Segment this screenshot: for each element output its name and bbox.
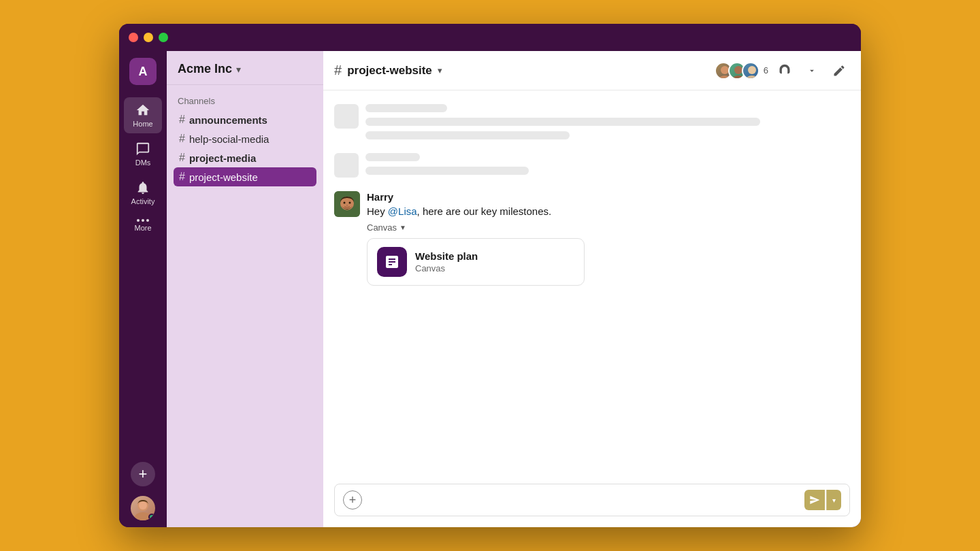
close-button[interactable] bbox=[129, 33, 138, 42]
user-status-online bbox=[148, 514, 155, 520]
channel-header-chevron-icon: ▾ bbox=[438, 65, 442, 76]
mention-lisa[interactable]: @Lisa bbox=[388, 205, 417, 217]
channel-name-project-media: project-media bbox=[189, 152, 256, 164]
message-harry: Harry Hey @Lisa, here are our key milest… bbox=[334, 191, 850, 286]
avatar3-face bbox=[743, 63, 760, 80]
canvas-card-title: Website plan bbox=[415, 250, 478, 262]
hash-icon-project-website: # bbox=[179, 171, 185, 183]
message-text-harry: Hey @Lisa, here are our key milestones. bbox=[367, 204, 850, 218]
svg-point-4 bbox=[719, 76, 731, 80]
message-text-after: , here are our key milestones. bbox=[417, 205, 552, 217]
channel-header: # project-website ▾ bbox=[323, 51, 861, 90]
skeleton-message-1 bbox=[334, 104, 850, 139]
main-content: # project-website ▾ bbox=[323, 51, 861, 527]
svg-point-2 bbox=[139, 501, 147, 510]
titlebar bbox=[119, 24, 861, 51]
more-dots-icon bbox=[137, 219, 149, 222]
channels-section: Channels # announcements # help-social-m… bbox=[167, 85, 323, 192]
dms-icon bbox=[135, 141, 150, 156]
header-chevron-button[interactable] bbox=[801, 60, 823, 82]
workspace-avatar[interactable]: A bbox=[129, 58, 157, 85]
svg-point-5 bbox=[734, 66, 742, 74]
svg-point-13 bbox=[346, 205, 348, 206]
skeleton-line-1c bbox=[365, 131, 570, 139]
member-avatar-3 bbox=[742, 62, 760, 80]
channel-item-project-media[interactable]: # project-media bbox=[174, 148, 316, 167]
svg-point-11 bbox=[344, 202, 346, 204]
huddle-button[interactable] bbox=[774, 60, 796, 82]
send-button[interactable] bbox=[804, 490, 825, 510]
canvas-label[interactable]: Canvas ▼ bbox=[367, 222, 850, 233]
svg-point-6 bbox=[732, 76, 745, 80]
sidebar-item-activity[interactable]: Activity bbox=[124, 175, 162, 211]
skeleton-avatar-2 bbox=[334, 153, 359, 178]
member-avatars[interactable]: 6 bbox=[715, 62, 768, 80]
skeleton-lines-1 bbox=[365, 104, 850, 139]
hash-icon-help-social-media: # bbox=[179, 133, 185, 145]
canvas-document-icon bbox=[384, 254, 400, 270]
send-icon bbox=[809, 495, 820, 505]
compose-new-button[interactable] bbox=[828, 60, 850, 82]
skeleton-line-1a bbox=[365, 104, 447, 112]
hash-icon-project-media: # bbox=[179, 152, 185, 164]
canvas-card-type: Canvas bbox=[415, 263, 478, 273]
canvas-card-icon bbox=[377, 247, 407, 277]
compose-icon bbox=[832, 64, 846, 78]
message-input-area: + ▾ bbox=[323, 477, 861, 527]
message-input[interactable] bbox=[368, 495, 799, 506]
harry-avatar bbox=[334, 191, 360, 217]
maximize-button[interactable] bbox=[159, 33, 168, 42]
workspace-chevron-icon: ▾ bbox=[236, 64, 241, 75]
svg-point-7 bbox=[748, 66, 756, 74]
traffic-lights bbox=[129, 33, 168, 42]
skeleton-avatar-1 bbox=[334, 104, 359, 129]
svg-point-8 bbox=[746, 76, 758, 80]
channel-name-help-social-media: help-social-media bbox=[189, 133, 270, 145]
message-harry-body: Harry Hey @Lisa, here are our key milest… bbox=[367, 191, 850, 286]
attach-button[interactable]: + bbox=[343, 490, 362, 510]
avatar-stack bbox=[715, 62, 760, 80]
channel-header-hash: # bbox=[334, 63, 342, 78]
svg-point-12 bbox=[349, 202, 351, 204]
send-options-button[interactable]: ▾ bbox=[826, 490, 841, 510]
dms-label: DMs bbox=[135, 158, 151, 167]
add-workspace-button[interactable]: + bbox=[131, 462, 155, 486]
channel-header-name: project-website bbox=[347, 64, 432, 78]
canvas-card[interactable]: Website plan Canvas bbox=[367, 238, 585, 286]
sidebar-item-more[interactable]: More bbox=[124, 214, 162, 237]
harry-face-svg bbox=[334, 191, 360, 217]
member-count: 6 bbox=[764, 65, 768, 76]
home-label: Home bbox=[133, 120, 152, 128]
app-body: A Home DMs Activity bbox=[119, 51, 861, 527]
message-text-before: Hey bbox=[367, 205, 388, 217]
skeleton-line-1b bbox=[365, 118, 760, 126]
more-label: More bbox=[134, 224, 151, 232]
channel-item-help-social-media[interactable]: # help-social-media bbox=[174, 129, 316, 148]
sidebar-item-home[interactable]: Home bbox=[124, 97, 162, 133]
header-down-chevron-icon bbox=[807, 66, 817, 76]
skeleton-lines-2 bbox=[365, 153, 850, 175]
skeleton-message-2 bbox=[334, 153, 850, 178]
minimize-button[interactable] bbox=[144, 33, 153, 42]
message-sender-harry: Harry bbox=[367, 191, 850, 203]
channel-sidebar: Acme Inc ▾ Channels # announcements # he… bbox=[167, 51, 323, 527]
app-window: A Home DMs Activity bbox=[119, 24, 861, 527]
activity-label: Activity bbox=[131, 197, 155, 205]
workspace-header[interactable]: Acme Inc ▾ bbox=[167, 51, 323, 85]
skeleton-line-2b bbox=[365, 167, 529, 175]
user-avatar[interactable] bbox=[131, 496, 155, 520]
channel-name-announcements: announcements bbox=[189, 114, 267, 126]
activity-icon bbox=[135, 180, 150, 195]
message-input-box: + ▾ bbox=[334, 484, 850, 516]
canvas-card-info: Website plan Canvas bbox=[415, 250, 478, 273]
headphones-icon bbox=[778, 64, 791, 78]
home-icon bbox=[135, 103, 150, 118]
hash-icon-announcements: # bbox=[179, 114, 185, 126]
channel-name-project-website: project-website bbox=[189, 171, 258, 183]
canvas-label-text: Canvas bbox=[367, 222, 397, 233]
skeleton-line-2a bbox=[365, 153, 420, 161]
workspace-name: Acme Inc bbox=[178, 62, 232, 76]
sidebar-item-dms[interactable]: DMs bbox=[124, 136, 162, 172]
channel-item-announcements[interactable]: # announcements bbox=[174, 110, 316, 129]
channel-item-project-website[interactable]: # project-website bbox=[174, 167, 316, 186]
